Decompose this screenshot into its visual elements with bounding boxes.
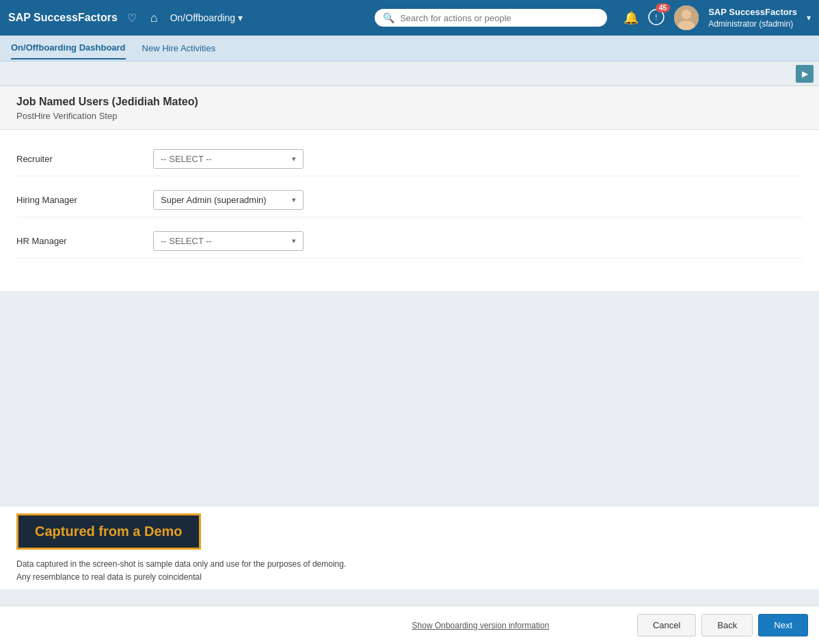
recruiter-chevron-icon: ▾: [292, 155, 296, 163]
back-button[interactable]: Back: [701, 614, 753, 636]
recruiter-select[interactable]: -- SELECT -- ▾: [153, 149, 304, 169]
avatar[interactable]: [674, 5, 699, 30]
hr-manager-chevron-icon: ▾: [292, 237, 296, 245]
page-subtitle: PostHire Verification Step: [16, 111, 803, 121]
search-input[interactable]: [400, 13, 599, 23]
toolbar-row: ▶: [0, 62, 819, 86]
hiring-manager-select[interactable]: Super Admin (superadmin) ▾: [153, 190, 304, 210]
page-header: Job Named Users (Jedidiah Mateo) PostHir…: [0, 86, 819, 130]
show-onboarding-info-button[interactable]: Show Onboarding version information: [412, 621, 550, 630]
recruiter-row: Recruiter -- SELECT -- ▾: [16, 149, 803, 176]
svg-text:!: !: [656, 14, 658, 21]
hiring-manager-row: Hiring Manager Super Admin (superadmin) …: [16, 190, 803, 217]
user-menu-caret-icon[interactable]: ▾: [807, 13, 811, 23]
footer-right: Cancel Back Next: [637, 614, 808, 636]
hiring-manager-label: Hiring Manager: [16, 195, 153, 205]
demo-disclaimer-line2: Any resemblance to real data is purely c…: [16, 572, 202, 582]
demo-banner: Captured from a Demo: [16, 513, 201, 550]
notification-wrapper[interactable]: ! 45: [648, 9, 664, 27]
module-selector[interactable]: On/Offboarding ▾: [165, 10, 248, 26]
top-navigation: SAP SuccessFactors ♡ ⌂ On/Offboarding ▾ …: [0, 0, 819, 36]
main-content: Job Named Users (Jedidiah Mateo) PostHir…: [0, 86, 819, 291]
heart-icon: ♡: [127, 12, 137, 25]
cancel-button[interactable]: Cancel: [637, 614, 696, 636]
hr-manager-row: HR Manager -- SELECT -- ▾: [16, 231, 803, 258]
bell-icon[interactable]: 🔔: [623, 10, 639, 25]
brand-name: SAP SuccessFactors: [8, 12, 118, 24]
hr-manager-label: HR Manager: [16, 236, 153, 246]
demo-disclaimer-line1: Data captured in the screen-shot is samp…: [16, 559, 346, 569]
sub-navigation: On/Offboarding Dashboard New Hire Activi…: [0, 36, 819, 62]
user-role: Administrator (sfadmin): [708, 18, 797, 30]
recruiter-value: -- SELECT --: [161, 154, 212, 164]
notification-badge: 45: [656, 3, 670, 12]
subnav-onoffboarding-dashboard[interactable]: On/Offboarding Dashboard: [11, 37, 126, 59]
user-full-name: SAP SuccessFactors: [708, 6, 797, 18]
hiring-manager-chevron-icon: ▾: [292, 196, 296, 204]
hr-manager-value: -- SELECT --: [161, 236, 212, 246]
home-icon[interactable]: ⌂: [150, 11, 158, 25]
svg-point-3: [682, 10, 691, 19]
hiring-manager-value: Super Admin (superadmin): [161, 195, 267, 205]
form-section: Recruiter -- SELECT -- ▾ Hiring Manager …: [0, 130, 819, 291]
hr-manager-select[interactable]: -- SELECT -- ▾: [153, 231, 304, 251]
demo-disclaimer: Data captured in the screen-shot is samp…: [16, 558, 803, 584]
play-button[interactable]: ▶: [796, 65, 814, 83]
search-icon: 🔍: [383, 12, 394, 23]
footer-center: Show Onboarding version information: [324, 621, 637, 630]
footer-bar: Show Onboarding version information Canc…: [0, 606, 819, 644]
search-bar[interactable]: 🔍: [375, 9, 607, 27]
demo-overlay: Captured from a Demo Data captured in th…: [0, 507, 819, 589]
subnav-new-hire-activities[interactable]: New Hire Activities: [142, 38, 216, 59]
module-name: On/Offboarding: [170, 12, 235, 23]
user-info: SAP SuccessFactors Administrator (sfadmi…: [708, 6, 797, 30]
module-caret-icon: ▾: [238, 12, 243, 23]
recruiter-label: Recruiter: [16, 154, 153, 164]
notification-area: 🔔 ! 45 SAP SuccessFactors Administrator …: [623, 5, 811, 30]
next-button[interactable]: Next: [758, 614, 808, 636]
page-title: Job Named Users (Jedidiah Mateo): [16, 96, 803, 108]
